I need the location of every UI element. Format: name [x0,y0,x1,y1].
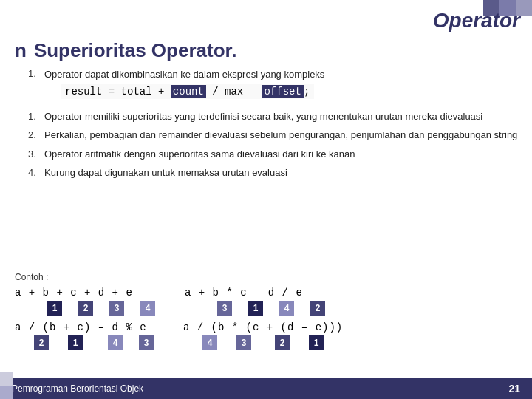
expr-formula-3: a / (b + c) – d % e [15,321,154,333]
section-heading: n Superioritas Operator. [15,41,520,60]
bottom-left-deco [0,372,13,399]
bottom-bar: Pemrograman Berorientasi Objek 21 [0,378,532,399]
badge: 3 [217,301,232,316]
code-count: count [171,85,206,98]
item-num: 1. [28,67,44,79]
badge: 3 [109,301,124,316]
badge-row-2: 3 1 4 2 [185,301,325,316]
list-item: 4. Kurung dapat digunakan untuk memaksa … [28,166,520,180]
page-title: Operator [433,9,520,33]
badge: 1 [47,301,62,316]
code-line: result = total + count / max – offset; [61,84,314,99]
list-item: 1. Operator memiliki superioritas yang t… [28,110,520,123]
item-num: 2. [28,129,44,140]
badge-row-1: 1 2 3 4 [15,301,155,316]
expr-formula-1: a + b + c + d + e [15,287,155,299]
badge: 2 [78,301,93,316]
item-text: Kurung dapat digunakan untuk memaksa uru… [44,166,287,180]
page: Operator n Superioritas Operator. 1. Ope… [0,0,532,399]
badge-row-4: 4 3 2 1 [183,335,343,350]
bullet-n: n [15,41,27,60]
main-content: n Superioritas Operator. 1. Operator dap… [15,41,520,185]
list-items: 1. Operator dapat dikombinasikan ke dala… [28,67,520,180]
examples-container: Contoh : a + b + c + d + e 1 2 3 4 [15,272,520,350]
expr-row-2: a / (b + c) – d % e 2 1 4 3 a / (b * (c … [15,321,520,350]
expr-2: a + b * c – d / e 3 1 4 2 [185,287,325,316]
badge: 4 [202,335,217,350]
item-text: Operator aritmatik dengan superioritas s… [44,148,355,161]
expr-row-1: a + b + c + d + e 1 2 3 4 a + b * c – d … [15,287,520,316]
item-num: 3. [28,148,44,160]
code-offset: offset [262,85,303,98]
badge-row-3: 2 1 4 3 [15,335,154,350]
code-result: result = total + [65,86,171,98]
item-num: 4. [28,166,44,178]
list-item: 1. Operator dapat dikombinasikan ke dala… [28,67,520,105]
badge: 4 [279,301,294,316]
item-text: Operator dapat dikombinasikan ke dalam e… [44,69,324,80]
expr-1: a + b + c + d + e 1 2 3 4 [15,287,155,316]
expr-formula-4: a / (b * (c + (d – e))) [183,321,343,333]
code-middle: / max – [206,86,262,98]
badge: 4 [108,335,123,350]
list-item: 3. Operator aritmatik dengan superiorita… [28,148,520,161]
badge: 2 [310,301,325,316]
badge: 2 [34,335,49,350]
expr-formula-2: a + b * c – d / e [185,287,325,299]
contoh-title: Contoh : [15,272,520,282]
badge: 1 [68,335,83,350]
section-title: Superioritas Operator. [34,41,237,60]
expr-4: a / (b * (c + (d – e))) 4 3 2 1 [183,321,343,350]
badge: 4 [140,301,155,316]
list-item: 2. Perkalian, pembagian dan remainder di… [28,129,520,142]
item-num: 1. [28,110,44,122]
bottom-label: Pemrograman Berorientasi Objek [12,383,143,394]
item-text: Perkalian, pembagian dan remainder dieva… [44,129,517,142]
bl-square-1 [0,372,13,386]
code-end: ; [304,86,310,98]
item-text: Operator memiliki superioritas yang terd… [44,110,482,123]
badge: 1 [309,335,324,350]
badge: 1 [248,301,263,316]
badge: 2 [275,335,290,350]
expr-3: a / (b + c) – d % e 2 1 4 3 [15,321,154,350]
bl-square-2 [0,386,13,399]
badge: 3 [236,335,251,350]
page-number: 21 [508,383,520,395]
badge: 3 [139,335,154,350]
